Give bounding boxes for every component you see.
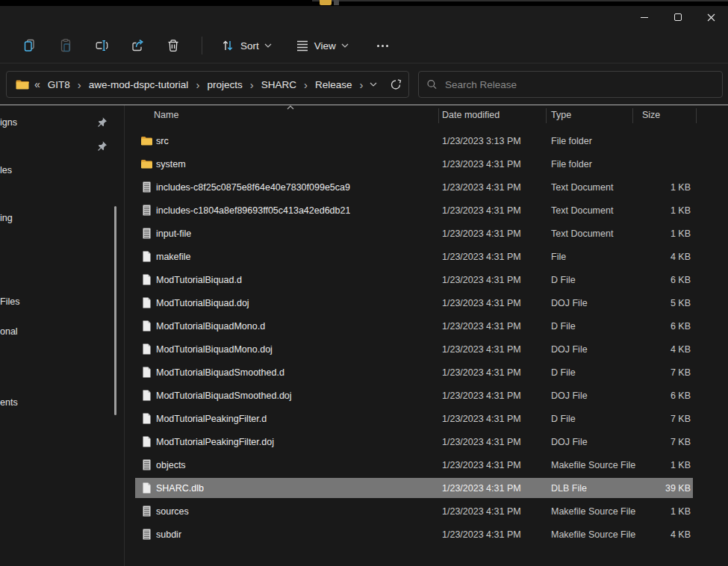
breadcrumb-separator: › <box>298 78 314 91</box>
sidebar-item[interactable]: ing <box>0 211 119 225</box>
refresh-icon[interactable] <box>389 78 402 91</box>
file-row[interactable]: ModTutorialBiquad.d 1/23/2023 4:31 PM D … <box>125 268 728 291</box>
file-row[interactable]: ModTutorialBiquad.doj 1/23/2023 4:31 PM … <box>125 291 728 314</box>
sidebar-item-label: ing <box>0 213 13 223</box>
file-row[interactable]: input-file 1/23/2023 4:31 PM Text Docume… <box>125 222 728 245</box>
breadcrumb-overflow-chevron[interactable]: « <box>34 78 40 90</box>
breadcrumb-item[interactable]: SHARC <box>260 79 298 90</box>
text-document-icon <box>140 227 153 240</box>
file-row[interactable]: includes-c8f25c0875e8f64e40e7830f099e5ca… <box>125 175 728 199</box>
file-date-modified: 1/23/2023 4:31 PM <box>442 460 521 470</box>
sidebar-item[interactable]: Files <box>0 295 119 308</box>
file-row[interactable]: src 1/23/2023 3:13 PM File folder <box>125 129 728 152</box>
minimize-button[interactable] <box>627 6 661 28</box>
file-name: src <box>156 136 169 146</box>
file-row[interactable]: SHARC.dlb 1/23/2023 4:31 PM DLB File 39 … <box>125 476 728 500</box>
file-row[interactable]: system 1/23/2023 4:31 PM File folder <box>125 152 728 175</box>
file-date-modified: 1/23/2023 4:31 PM <box>442 159 521 170</box>
see-more-button[interactable] <box>371 33 394 58</box>
file-type-icon <box>140 435 153 448</box>
file-date-modified: 1/23/2023 4:31 PM <box>442 529 521 540</box>
file-row[interactable]: sources 1/23/2023 4:31 PM Makefile Sourc… <box>125 500 728 523</box>
file-row[interactable]: subdir 1/23/2023 4:31 PM Makefile Source… <box>125 523 728 546</box>
column-header-type[interactable]: Type <box>551 110 571 120</box>
file-name: system <box>156 159 186 170</box>
address-bar[interactable]: « GIT8›awe-mod-dspc-tutorial›projects›SH… <box>6 71 409 98</box>
file-type: D File <box>551 414 576 424</box>
text-document-icon <box>140 505 153 517</box>
address-dropdown-chevron[interactable] <box>370 82 377 87</box>
file-type-icon <box>140 320 153 332</box>
sort-button[interactable]: Sort <box>214 33 278 58</box>
file-row[interactable]: ModTutorialPeakingFilter.d 1/23/2023 4:3… <box>125 407 728 430</box>
file-row[interactable]: ModTutorialBiquadSmoothed.doj 1/23/2023 … <box>125 384 728 407</box>
file-type-icon <box>140 181 153 193</box>
text-document-icon <box>140 204 153 217</box>
pin-icon <box>96 116 108 128</box>
file-size: 7 KB <box>573 437 691 447</box>
text-document-icon <box>140 458 153 471</box>
sidebar-item-label: les <box>0 165 12 175</box>
file-row[interactable]: ModTutorialBiquadMono.d 1/23/2023 4:31 P… <box>125 314 728 338</box>
column-header-date-modified[interactable]: Date modified <box>442 110 500 120</box>
sidebar-item-label: ents <box>0 397 18 408</box>
view-lines-icon <box>296 39 309 52</box>
maximize-button[interactable] <box>661 6 694 28</box>
breadcrumb-item[interactable]: projects <box>205 79 243 90</box>
column-separator[interactable] <box>546 108 547 123</box>
file-size: 1 KB <box>573 460 691 470</box>
breadcrumb-separator: › <box>72 78 87 91</box>
search-box <box>418 71 723 98</box>
file-icon <box>140 320 153 332</box>
file-size: 6 KB <box>573 321 691 332</box>
search-input[interactable] <box>445 79 715 90</box>
pin-icon <box>96 140 108 152</box>
view-label: View <box>314 40 336 52</box>
file-row[interactable]: makefile 1/23/2023 4:31 PM File 4 KB <box>125 245 728 268</box>
column-separator[interactable] <box>632 108 633 123</box>
file-date-modified: 1/23/2023 4:31 PM <box>442 205 521 216</box>
sidebar-item[interactable]: onal <box>0 325 119 338</box>
paste-icon <box>58 38 73 53</box>
file-type-icon <box>140 366 153 379</box>
breadcrumb-item[interactable]: Release <box>314 79 354 90</box>
rename-button[interactable] <box>84 33 119 58</box>
file-name: ModTutorialBiquadMono.d <box>156 321 265 332</box>
file-row[interactable]: ModTutorialBiquadSmoothed.d 1/23/2023 4:… <box>125 361 728 384</box>
file-icon <box>140 366 153 379</box>
file-size: 5 KB <box>573 298 691 308</box>
paste-button[interactable] <box>48 33 84 58</box>
close-button[interactable] <box>694 6 728 28</box>
sidebar-item[interactable] <box>0 140 119 153</box>
file-type-icon <box>140 250 153 263</box>
file-type-icon <box>140 528 153 541</box>
column-separator[interactable] <box>696 108 697 123</box>
file-row[interactable]: ModTutorialPeakingFilter.doj 1/23/2023 4… <box>125 430 728 453</box>
delete-button[interactable] <box>155 33 191 58</box>
sidebar-scrollbar[interactable] <box>114 206 116 415</box>
file-name: includes-c1804a8ef89693ff05c413a42ed6db2… <box>156 205 350 216</box>
breadcrumbs: GIT8›awe-mod-dspc-tutorial›projects›SHAR… <box>46 78 370 91</box>
content-area: igns lesingFilesonalents Name Date modif… <box>0 105 728 566</box>
file-row[interactable]: ModTutorialBiquadMono.doj 1/23/2023 4:31… <box>125 338 728 361</box>
breadcrumb-item[interactable]: awe-mod-dspc-tutorial <box>87 79 190 90</box>
ellipsis-icon <box>377 45 388 47</box>
text-document-icon <box>140 528 153 541</box>
breadcrumb-item[interactable]: GIT8 <box>46 79 72 90</box>
column-separator[interactable] <box>438 108 439 123</box>
chevron-down-icon <box>264 43 272 48</box>
sidebar-item[interactable]: igns <box>0 116 119 129</box>
file-name: SHARC.dlb <box>156 483 204 494</box>
view-button[interactable]: View <box>290 33 355 58</box>
sidebar-item[interactable]: les <box>0 164 119 177</box>
file-date-modified: 1/23/2023 4:31 PM <box>442 182 521 193</box>
sidebar-item[interactable]: ents <box>0 396 119 409</box>
column-header-size[interactable]: Size <box>642 110 660 120</box>
copy-button[interactable] <box>12 33 48 58</box>
file-size: 7 KB <box>573 367 691 378</box>
column-header-name[interactable]: Name <box>154 110 178 120</box>
file-row[interactable]: objects 1/23/2023 4:31 PM Makefile Sourc… <box>125 453 728 476</box>
share-button[interactable] <box>119 33 155 58</box>
row-highlight <box>135 154 693 174</box>
file-row[interactable]: includes-c1804a8ef89693ff05c413a42ed6db2… <box>125 199 728 222</box>
